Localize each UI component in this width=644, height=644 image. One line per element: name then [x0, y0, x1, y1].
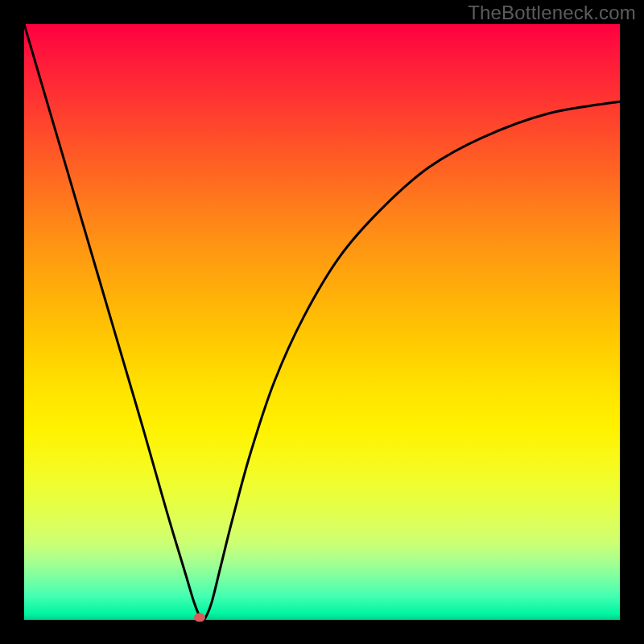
- bottleneck-curve: [24, 24, 620, 620]
- watermark-text: TheBottleneck.com: [468, 2, 636, 24]
- plot-area: [24, 24, 620, 620]
- curve-svg: [24, 24, 620, 620]
- chart-container: TheBottleneck.com: [0, 0, 644, 644]
- optimal-point-marker: [194, 613, 205, 622]
